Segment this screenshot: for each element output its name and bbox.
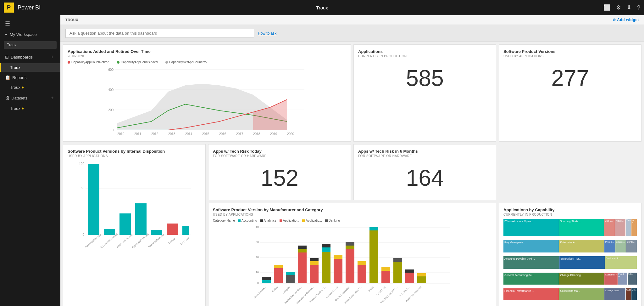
topbar-actions: ⬜ ⚙ ⬇ ? [603,4,640,11]
legend: CapabilityAppCountRetired... CapabilityA… [68,60,346,64]
svg-text:0: 0 [112,128,114,132]
apps-cap-title: Applications by Capability [503,207,637,212]
treemap-cell-sourcing[interactable]: Sourcing Strate... [559,219,604,236]
legend-accounting: Accounting [238,219,257,222]
qa-bar: How to ask [60,25,644,42]
sidebar: ☰ ▾ My Workspace ⊞ Dashboards + Troux 📋 … [0,15,60,306]
sw-mfr-legend: Category Name Accounting Analytics Appli… [213,219,491,222]
svg-rect-68 [346,249,354,283]
tile-sw-manufacturer: Software Product Version by Manufacturer… [208,203,496,306]
treemap-cell-trea[interactable]: Trea... [626,219,631,236]
sidebar-item-troux-dataset[interactable]: Troux ✱ [0,104,60,113]
tile-applications: Applications CURRENTLY IN PRODUCTION 585 [353,44,496,142]
app-name: Power BI [18,4,600,11]
tile-tech-risk-6mo: Apps w/ Tech Risk in 6 Months FOR SOFTWA… [353,144,496,200]
treemap-cell-call[interactable]: Call C... [604,219,615,236]
category-label: Category Name [213,219,235,222]
svg-rect-77 [393,262,402,283]
tile-tech-risk-today: Apps w/ Tech Risk Today FOR SOFTWARE OR … [208,144,351,200]
legend-banking: Banking [325,219,340,222]
sidebar-item-troux-report[interactable]: Troux ✱ [0,83,60,92]
line-chart-title: Applications Added and Retired Over Time [68,49,346,54]
sidebar-item-datasets[interactable]: 🗄 Datasets + [0,92,60,104]
risk-6mo-subtitle: FOR SOFTWARE OR HARDWARE [358,154,491,158]
treemap-cell-emplo[interactable]: Emplo... [615,240,626,252]
tile-sw-internal: Software Product Versions by Internal Di… [63,144,206,306]
gear-icon[interactable]: ⚙ [616,4,621,11]
sidebar-item-reports[interactable]: 📋 Reports [0,72,60,83]
risk-today-value: 152 [213,160,346,196]
treemap-cell-change-plan[interactable]: Change Planning [559,273,604,285]
svg-rect-58 [298,249,307,252]
svg-rect-32 [167,224,178,235]
qa-input[interactable] [65,29,254,38]
svg-rect-55 [286,275,295,283]
sw-versions-subtitle: USED BY APPLICATIONS [503,54,637,58]
svg-rect-53 [274,268,283,283]
app-logo: P [4,3,14,13]
add-dataset-button[interactable]: + [49,95,55,101]
hamburger-menu[interactable]: ☰ [0,18,60,30]
sidebar-workspace-header[interactable]: ▾ My Workspace [0,30,60,39]
treemap-cell-exte[interactable]: Exte... [628,273,637,285]
treemap-cell-collections[interactable]: Collections Ma... [559,288,604,300]
svg-text:Globex: Globex [271,286,279,293]
treemap-cell-change-desi[interactable]: Change Desi... [604,288,625,300]
svg-text:Nakatomi Corp: Nakatomi Corp [325,286,339,299]
svg-rect-60 [310,265,319,283]
legend-label-retired: CapabilityAppCountRetired... [71,60,112,64]
svg-rect-59 [298,246,307,249]
treemap-cell-enterprise-it[interactable]: Enterprise IT St... [559,256,604,269]
sw-internal-chart: 100 50 0 ApprovedMaintain ApprovedPhaseO… [68,160,201,267]
apps-cap-subtitle: CURRENTLY IN PRODUCTION [503,213,637,216]
treemap-cell-enterprise-ar[interactable]: Enterprise Ar... [559,240,604,252]
treemap-cell-fin-perf[interactable]: Financial Performance ... [503,288,559,300]
download-icon[interactable]: ⬇ [627,4,631,11]
svg-rect-78 [393,258,402,262]
treemap-cell-it-infra[interactable]: IT Infrastructure Opera... [503,219,559,236]
topbar-center-title: Troux [316,5,328,10]
legend-dot-app2 [302,219,305,222]
screen-icon[interactable]: ⬜ [603,4,610,11]
treemap-cell-conta[interactable]: Conta... [626,240,637,252]
svg-rect-80 [405,269,414,273]
svg-rect-81 [417,276,426,283]
sidebar-item-dashboards[interactable]: ⊞ Dashboards + [0,51,60,63]
add-dashboard-button[interactable]: + [49,54,55,60]
dashboard-icon: ⊞ [5,54,9,60]
treemap-cell-pay[interactable]: Pay Manageme... [503,240,559,252]
treemap-cell-inh[interactable]: In-H... [631,219,637,236]
line-chart-svg: 600 400 200 0 2010 2011 2012 2013 2014 2… [68,66,346,136]
legend-item-added: CapabilityAppCountAdded... [117,60,160,64]
main-content: TROUX ⊕ Add widget How to ask Applicatio… [60,15,644,306]
search-input[interactable] [4,41,57,49]
svg-rect-30 [135,203,147,235]
treemap-cell-accounts-payable[interactable]: Accounts Payable (AP) ... [503,256,559,269]
question-icon[interactable]: ? [637,4,640,11]
sw-mfr-title: Software Product Version by Manufacturer… [213,207,491,212]
topbar: P Power BI Troux ⬜ ⚙ ⬇ ? [0,0,644,15]
tile-software-versions: Software Product Versions USED BY APPLIC… [499,44,641,142]
how-to-ask-link[interactable]: How to ask [258,31,276,36]
svg-text:50: 50 [81,186,85,190]
add-widget-label: Add widget [617,18,639,22]
svg-text:Sysco: Sysco [368,286,375,292]
treemap-cell-proj[interactable]: Projec... [604,240,615,252]
treemap: IT Infrastructure Opera... Sourcing Stra… [503,219,637,304]
add-widget-button[interactable]: ⊕ Add widget [613,18,639,22]
risk-6mo-value: 164 [358,160,491,196]
treemap-cell-adjust[interactable]: Adjust... [615,219,626,236]
apps-value: 585 [358,60,491,96]
sidebar-item-troux-dashboard[interactable]: Troux [0,63,60,72]
line-chart-subtitle: 2010-2020 [68,54,346,58]
chevron-down-icon: ▾ [5,32,7,37]
legend-dot-banking [325,219,328,222]
treemap-cell-de[interactable]: De... [631,288,637,300]
treemap-cell-customer-slash[interactable]: Customer / ... [604,273,618,285]
svg-rect-54 [274,265,283,268]
treemap-cell-customer-in[interactable]: Customer In... [605,256,637,269]
treemap-cell-gen-acct[interactable]: General Accounting Pe... [503,273,559,285]
svg-text:600: 600 [108,68,114,71]
treemap-cell-custo[interactable]: Custo... [626,288,631,300]
treemap-cell-fixed[interactable]: Fixed-A... [618,273,627,285]
